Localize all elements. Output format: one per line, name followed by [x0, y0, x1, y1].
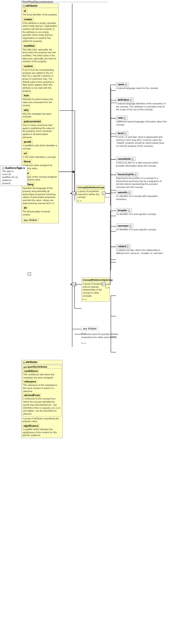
bottom-significance-desc: A qualifier which indicates the signific… — [22, 428, 62, 437]
element-broader: broader E — [116, 208, 132, 213]
attributes-box-title: a attributes — [22, 4, 59, 8]
element-facet-label: facet — [118, 132, 123, 135]
element-related-label: related — [118, 245, 126, 248]
element-remoteinfo-icon: E — [131, 158, 134, 160]
bottom-attr-derivedfrom: derivedFrom A reference to the concept f… — [23, 393, 61, 415]
attr-id-desc: The local identifier of the property. — [22, 13, 58, 16]
bottom-attr-significance: significance A qualifier which indicates… — [22, 424, 62, 437]
concept-def-group-label: ConceptDefinitionGroup — [77, 186, 104, 189]
bottom-confidence-desc: The confidence with which the metadata h… — [23, 373, 61, 379]
bottom-relevance-name: relevance — [23, 380, 37, 384]
audience-type-icon: C — [2, 167, 5, 169]
svg-rect-70 — [72, 283, 75, 286]
any-other-middle-card: 0..∞ — [81, 342, 86, 344]
element-sameas-icon: E — [128, 191, 130, 194]
element-facet: facet E — [116, 131, 128, 135]
element-narrower: narrower E — [116, 224, 133, 228]
element-remoteinfo-desc: A link to an item or a web resource whic… — [116, 161, 168, 167]
svg-text:+: + — [73, 283, 74, 286]
bottom-relevance-desc: The relevance of the metadata to the new… — [23, 384, 61, 393]
element-sameas: sameAs E — [116, 190, 132, 195]
element-related-desc: A related concept, where the relationshi… — [116, 249, 168, 255]
attributes-box: a attributes id The local identifier of … — [21, 4, 59, 223]
element-sameas-desc: An identifier of a concept with equivale… — [116, 195, 168, 201]
attr-any-other: any ##other — [22, 218, 39, 222]
attr-id-name: id — [22, 9, 27, 13]
element-narrower-icon: E — [129, 225, 132, 227]
element-name: name E — [116, 82, 129, 87]
element-broader-icon: E — [128, 209, 130, 212]
attr-pubconstraint-name: pubconstraint — [22, 119, 42, 124]
attr-pubconstraint-desc: One or many constraints that apply to pu… — [22, 124, 58, 139]
any-other-middle: any ##other — [81, 326, 98, 331]
element-broader-label: broader — [118, 209, 127, 212]
audience-type-arrow: ► — [23, 167, 26, 169]
attr-why-name: why — [22, 108, 30, 112]
quantify-group-title: grp quantifyAttributes — [23, 365, 61, 369]
audience-type-label: AudienceType — [5, 167, 23, 169]
audience-type-desc: The type to cover all qualifiers for an … — [2, 170, 19, 185]
attr-modified: modified The date (and, optionally, the … — [22, 44, 58, 63]
attr-why-desc: Why the metadata has been included. — [22, 113, 58, 119]
element-narrower-desc: An identifier of a more specific concept… — [116, 228, 156, 231]
element-note-label: note — [118, 116, 123, 119]
attr-creator-desc: If the attribute is empty, specifies whi… — [22, 22, 58, 43]
bottom-derivedfrom-desc: A reference to the concept from which th… — [23, 397, 61, 415]
svg-rect-17 — [73, 192, 76, 195]
svg-marker-36 — [72, 283, 75, 286]
audience-type-box: C AudienceType ► The type to cover all q… — [1, 166, 27, 186]
attr-literal-desc: A free-text value assigned as property v… — [22, 164, 58, 170]
diagram-title: Flex1PropType (extension) — [21, 1, 52, 3]
concept-rel-group-desc: A group of properties used to indicate r… — [83, 283, 109, 297]
attr-dir-desc: The directionality of textual content. — [22, 210, 58, 216]
bottom-attr-icon: a — [23, 361, 25, 364]
attr-uri-name: uri — [22, 151, 28, 156]
bottom-attributes-box: a attributes grp quantifyAttributes conf… — [21, 360, 63, 438]
concept-relationship-group: ConceptRelationshipGroup A group of prop… — [81, 278, 110, 302]
group-type-icon: grp — [23, 366, 27, 368]
bottom-significance-name: significance — [22, 424, 39, 428]
element-facet-icon: E — [124, 132, 127, 135]
attr-qcode-desc: A qualified code which identifies a conc… — [22, 144, 58, 150]
element-definition-icon: E — [130, 99, 132, 101]
attr-how: how Indicates by which means the value w… — [22, 93, 58, 107]
element-facet-desc: In NAR 1.8 and later, facet is deprecate… — [116, 136, 168, 148]
attr-type-desc: The type of the concept assigned as prop… — [22, 176, 58, 182]
concept-def-group-card: 0..∞ — [77, 199, 104, 202]
bottom-confidence-name: confidence — [23, 369, 39, 373]
box-icon: a — [23, 5, 25, 7]
element-narrower-label: narrower — [118, 224, 129, 227]
concept-definition-group: ConceptDefinitionGroup A group of proper… — [76, 185, 105, 203]
attr-custom-name: custom — [22, 64, 34, 68]
attr-creator-name: creator — [22, 17, 34, 22]
attr-dir: dir The directionality of textual conten… — [22, 206, 58, 216]
attr-xmllang-desc: Specifies the language of this property … — [22, 187, 58, 205]
svg-rect-66 — [72, 192, 75, 195]
element-sameas-label: sameAs — [118, 191, 127, 194]
element-hierarchyinfo: hierarchyInfo E — [116, 172, 138, 177]
attr-uri: uri A URI which identifies a concept. — [22, 151, 58, 159]
concept-def-group-desc: A group of properties required to define… — [77, 190, 104, 199]
attr-id: id The local identifier of the property. — [22, 9, 58, 16]
svg-rect-74 — [28, 273, 31, 276]
element-note-icon: E — [123, 117, 126, 119]
attr-literal-name: literal — [22, 159, 32, 164]
svg-marker-43 — [71, 192, 72, 194]
svg-text:+: + — [74, 283, 75, 286]
svg-marker-45 — [71, 283, 72, 285]
element-broader-desc: An identifier of a more generic concept. — [116, 213, 156, 216]
attr-qcode: qcode A qualified code which identifies … — [22, 140, 58, 150]
svg-text:+: + — [74, 192, 75, 195]
attr-creator: creator If the attribute is empty, speci… — [22, 17, 58, 43]
attr-uri-desc: A URI which identifies a concept. — [22, 156, 58, 159]
element-name-icon: E — [125, 83, 127, 86]
attr-modified-name: modified — [22, 44, 36, 48]
element-remoteinfo: remoteInfo E — [116, 157, 136, 161]
element-note-desc: Additional natural language information … — [116, 120, 168, 126]
attr-xmllang: xmllang Specifies the language of this p… — [22, 182, 58, 205]
attr-why: why Why the metadata has been included. — [22, 108, 58, 119]
svg-text:+: + — [29, 273, 30, 276]
element-hierarchyinfo-desc: Represents the position of a concept in … — [116, 177, 168, 189]
element-definition-label: definition — [118, 98, 129, 101]
attr-literal: literal A free-text value assigned as pr… — [22, 159, 58, 170]
